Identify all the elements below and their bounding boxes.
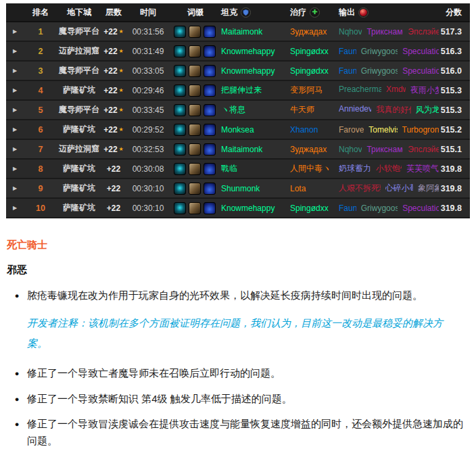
healer-name[interactable]: Spingødxx xyxy=(290,204,339,213)
affix-icon-1[interactable] xyxy=(174,202,186,214)
dps-name[interactable]: Speculation xyxy=(402,204,439,213)
dps-name[interactable]: Xmdw xyxy=(386,85,406,96)
dps-name[interactable]: 我真的好低迷 xyxy=(376,104,410,116)
dps-name[interactable]: 夜雨小梦 xyxy=(410,85,439,96)
healer-name[interactable]: 人間中毒ヽ xyxy=(290,163,339,174)
affix-icon-2[interactable] xyxy=(189,202,201,214)
affix-icon-3[interactable] xyxy=(204,183,216,195)
dps-name[interactable]: Nqhover xyxy=(339,145,362,154)
affix-icon-1[interactable] xyxy=(174,124,186,136)
affix-icon-2[interactable] xyxy=(189,104,201,116)
affix-icon-3[interactable] xyxy=(204,85,216,97)
table-row[interactable]: ▶ 1 魔导师平台 +22★ 00:31:56 Maitaimonk Зуджа… xyxy=(6,22,470,42)
affix-icon-1[interactable] xyxy=(174,65,186,77)
tank-name[interactable]: Monksea xyxy=(221,125,290,135)
dps-name[interactable]: Fauni xyxy=(339,66,356,76)
affix-icon-1[interactable] xyxy=(174,143,186,156)
healer-name[interactable]: Spingødxx xyxy=(290,66,339,76)
dps-name[interactable]: 奶球蓄力了 xyxy=(339,163,371,174)
affix-icon-2[interactable] xyxy=(189,26,201,38)
dps-name[interactable]: Turbogronil xyxy=(402,125,439,135)
affix-icon-2[interactable] xyxy=(189,85,201,97)
dps-name[interactable]: Tomelvis xyxy=(368,125,397,135)
table-row[interactable]: ▶ 10 萨隆矿坑 +22★ 00:30:10 Knowmehappy Spin… xyxy=(6,199,470,218)
affix-icon-2[interactable] xyxy=(189,143,201,156)
affix-icon-3[interactable] xyxy=(204,104,216,116)
tank-name[interactable]: ヽ将息 xyxy=(221,104,290,116)
dps-name[interactable]: Fauni xyxy=(339,204,356,213)
affix-icon-2[interactable] xyxy=(189,124,201,136)
tank-name[interactable]: 把腿伸过来 xyxy=(221,85,290,96)
expand-arrow-icon[interactable]: ▶ xyxy=(6,126,24,133)
affix-icon-3[interactable] xyxy=(204,163,216,175)
healer-name[interactable]: Spingødxx xyxy=(290,47,339,56)
table-row[interactable]: ▶ 2 迈萨拉洞窟 +22★ 00:31:49 Knowmehappy Spin… xyxy=(6,42,470,62)
dps-name[interactable]: Эпслэйерх xyxy=(408,145,439,154)
affix-icon-3[interactable] xyxy=(204,26,216,38)
tank-name[interactable]: Maitaimonk xyxy=(221,145,290,154)
tank-name[interactable]: Knowmehappy xyxy=(221,204,290,213)
expand-arrow-icon[interactable]: ▶ xyxy=(6,107,24,113)
dps-name[interactable]: Anniedevour xyxy=(339,104,371,116)
affix-icon-3[interactable] xyxy=(204,65,216,77)
expand-arrow-icon[interactable]: ▶ xyxy=(6,146,24,152)
dps-name[interactable]: Speculation xyxy=(402,47,439,56)
dps-name[interactable]: Griwygoose xyxy=(361,66,398,76)
dps-name[interactable]: Speculation xyxy=(402,66,439,76)
dps-name[interactable]: Griwygoose xyxy=(361,204,398,213)
affix-icon-3[interactable] xyxy=(204,202,216,214)
expand-arrow-icon[interactable]: ▶ xyxy=(6,68,24,74)
dps-name[interactable]: Эпслэйерх xyxy=(408,27,439,37)
dps-name[interactable]: Griwygoose xyxy=(361,47,398,56)
dps-name[interactable]: Трикснамету xyxy=(366,27,403,37)
tank-name[interactable]: Maitaimonk xyxy=(221,27,290,37)
affix-icon-1[interactable] xyxy=(174,85,186,97)
dps-name[interactable]: Fauni xyxy=(339,47,356,56)
expand-arrow-icon[interactable]: ▶ xyxy=(6,87,24,93)
healer-name[interactable]: 牛天师 xyxy=(290,104,339,116)
dps-name[interactable]: 象阿象 xyxy=(418,183,439,194)
table-row[interactable]: ▶ 7 迈萨拉洞窟 +22★ 00:32:53 Maitaimonk Зуджа… xyxy=(6,140,470,160)
tank-name[interactable]: 戰临 xyxy=(221,163,290,174)
dps-name[interactable]: 人艰不拆死骑 xyxy=(339,183,381,194)
affix-icon-1[interactable] xyxy=(174,104,186,116)
affix-icon-1[interactable] xyxy=(174,183,186,195)
table-row[interactable]: ▶ 5 魔导师平台 +22★ 00:33:45 ヽ将息 牛天师 Anniedev… xyxy=(6,101,470,120)
dps-name[interactable]: 心碎小莓 xyxy=(385,183,413,194)
dps-name[interactable]: 小软饱饱 xyxy=(376,163,402,174)
dps-name[interactable]: Farover xyxy=(339,125,364,135)
table-row[interactable]: ▶ 4 萨隆矿坑 +22★ 00:29:46 把腿伸过来 变形阿马 Preach… xyxy=(6,81,470,101)
table-row[interactable]: ▶ 6 萨隆矿坑 +22★ 00:29:52 Monksea Xhanon Fa… xyxy=(6,120,470,140)
affix-icon-3[interactable] xyxy=(204,45,216,57)
affix-icon-2[interactable] xyxy=(189,65,201,77)
dps-name[interactable]: Трикснамету xyxy=(366,145,403,154)
affix-icon-1[interactable] xyxy=(174,45,186,57)
healer-name[interactable]: 变形阿马 xyxy=(290,85,339,96)
tank-name[interactable]: Knowmehappy xyxy=(221,66,290,76)
healer-name[interactable]: Зуджадах xyxy=(290,27,339,37)
dps-name[interactable]: 芙芙喷气了 xyxy=(406,163,439,174)
affix-icon-1[interactable] xyxy=(174,163,186,175)
affix-icon-2[interactable] xyxy=(189,163,201,175)
healer-name[interactable]: Зуджадах xyxy=(290,145,339,154)
healer-name[interactable]: Lota xyxy=(290,184,339,193)
table-row[interactable]: ▶ 3 魔导师平台 +22★ 00:33:05 Knowmehappy Spin… xyxy=(6,62,470,81)
dps-name[interactable]: Nqhover xyxy=(339,27,362,37)
affix-icon-1[interactable] xyxy=(174,26,186,38)
expand-arrow-icon[interactable]: ▶ xyxy=(6,185,24,191)
table-row[interactable]: ▶ 9 萨隆矿坑 +22★ 00:30:10 Shunmonk Lota 人艰不… xyxy=(6,179,470,199)
affix-icon-2[interactable] xyxy=(189,45,201,57)
tank-name[interactable]: Shunmonk xyxy=(221,184,290,193)
expand-arrow-icon[interactable]: ▶ xyxy=(6,28,24,34)
expand-arrow-icon[interactable]: ▶ xyxy=(6,48,24,54)
healer-name[interactable]: Xhanon xyxy=(290,125,339,135)
dps-name[interactable]: Preacherman xyxy=(339,85,381,96)
dps-name[interactable]: 风为龙龙 xyxy=(416,104,439,116)
affix-icon-2[interactable] xyxy=(189,183,201,195)
tank-name[interactable]: Knowmehappy xyxy=(221,47,290,56)
expand-arrow-icon[interactable]: ▶ xyxy=(6,205,24,211)
affix-icon-3[interactable] xyxy=(204,124,216,136)
table-row[interactable]: ▶ 8 萨隆矿坑 +22★ 00:30:08 戰临 人間中毒ヽ 奶球蓄力了小软饱… xyxy=(6,160,470,179)
expand-arrow-icon[interactable]: ▶ xyxy=(6,166,24,172)
affix-icon-3[interactable] xyxy=(204,143,216,156)
